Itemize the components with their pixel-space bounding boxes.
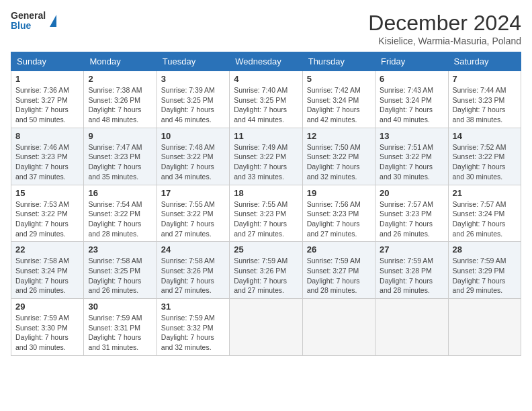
day-number: 17 (161, 188, 225, 198)
day-info: Sunrise: 7:58 AM Sunset: 3:25 PM Dayligh… (88, 256, 152, 295)
calendar-day-23: 23 Sunrise: 7:58 AM Sunset: 3:25 PM Dayl… (84, 242, 157, 299)
weekday-header-saturday: Saturday (448, 52, 521, 71)
calendar-day-25: 25 Sunrise: 7:59 AM Sunset: 3:26 PM Dayl… (230, 242, 302, 299)
calendar-day-10: 10 Sunrise: 7:48 AM Sunset: 3:22 PM Dayl… (157, 128, 229, 185)
calendar-day-28: 28 Sunrise: 7:59 AM Sunset: 3:29 PM Dayl… (448, 242, 521, 299)
weekday-header-tuesday: Tuesday (157, 52, 229, 71)
day-info: Sunrise: 7:39 AM Sunset: 3:25 PM Dayligh… (161, 85, 225, 125)
location-subtitle: Kisielice, Warmia-Masuria, Poland (368, 36, 521, 46)
day-info: Sunrise: 7:59 AM Sunset: 3:32 PM Dayligh… (161, 313, 225, 353)
calendar-day-16: 16 Sunrise: 7:54 AM Sunset: 3:22 PM Dayl… (84, 185, 157, 242)
day-info: Sunrise: 7:58 AM Sunset: 3:26 PM Dayligh… (161, 256, 225, 295)
calendar-week-1: 1 Sunrise: 7:36 AM Sunset: 3:27 PM Dayli… (11, 71, 521, 128)
day-info: Sunrise: 7:54 AM Sunset: 3:22 PM Dayligh… (88, 199, 152, 239)
calendar-day-11: 11 Sunrise: 7:49 AM Sunset: 3:22 PM Dayl… (230, 128, 302, 185)
calendar-day-14: 14 Sunrise: 7:52 AM Sunset: 3:22 PM Dayl… (448, 128, 521, 185)
day-number: 22 (15, 244, 79, 255)
day-info: Sunrise: 7:38 AM Sunset: 3:26 PM Dayligh… (88, 85, 152, 125)
day-info: Sunrise: 7:42 AM Sunset: 3:24 PM Dayligh… (307, 85, 371, 125)
calendar-empty (302, 299, 375, 356)
day-number: 15 (15, 188, 79, 198)
weekday-header-wednesday: Wednesday (230, 52, 302, 71)
day-info: Sunrise: 7:55 AM Sunset: 3:22 PM Dayligh… (161, 199, 225, 239)
day-info: Sunrise: 7:48 AM Sunset: 3:22 PM Dayligh… (161, 142, 225, 182)
day-info: Sunrise: 7:59 AM Sunset: 3:29 PM Dayligh… (453, 256, 517, 295)
day-number: 11 (234, 131, 298, 141)
calendar-day-27: 27 Sunrise: 7:59 AM Sunset: 3:28 PM Dayl… (375, 242, 448, 299)
day-info: Sunrise: 7:36 AM Sunset: 3:27 PM Dayligh… (15, 85, 79, 125)
logo-general: General (11, 11, 46, 21)
calendar-day-26: 26 Sunrise: 7:59 AM Sunset: 3:27 PM Dayl… (302, 242, 375, 299)
day-number: 9 (88, 131, 152, 141)
weekday-header-row: SundayMondayTuesdayWednesdayThursdayFrid… (11, 52, 521, 71)
calendar-day-2: 2 Sunrise: 7:38 AM Sunset: 3:26 PM Dayli… (84, 71, 157, 128)
day-info: Sunrise: 7:57 AM Sunset: 3:23 PM Dayligh… (380, 199, 443, 239)
day-number: 21 (453, 188, 517, 198)
day-number: 12 (307, 131, 371, 141)
calendar-empty (448, 299, 521, 356)
logo-blue: Blue (11, 21, 46, 31)
day-info: Sunrise: 7:40 AM Sunset: 3:25 PM Dayligh… (234, 85, 298, 125)
day-info: Sunrise: 7:56 AM Sunset: 3:23 PM Dayligh… (307, 199, 371, 239)
day-number: 25 (234, 244, 298, 255)
weekday-header-friday: Friday (375, 52, 448, 71)
day-number: 2 (88, 74, 152, 84)
calendar-day-3: 3 Sunrise: 7:39 AM Sunset: 3:25 PM Dayli… (157, 71, 229, 128)
day-info: Sunrise: 7:52 AM Sunset: 3:22 PM Dayligh… (453, 142, 517, 182)
calendar-day-18: 18 Sunrise: 7:55 AM Sunset: 3:23 PM Dayl… (230, 185, 302, 242)
calendar-week-5: 29 Sunrise: 7:59 AM Sunset: 3:30 PM Dayl… (11, 299, 521, 356)
day-info: Sunrise: 7:44 AM Sunset: 3:23 PM Dayligh… (453, 85, 517, 125)
logo-triangle-icon (50, 15, 56, 27)
calendar-day-9: 9 Sunrise: 7:47 AM Sunset: 3:23 PM Dayli… (84, 128, 157, 185)
calendar-day-13: 13 Sunrise: 7:51 AM Sunset: 3:22 PM Dayl… (375, 128, 448, 185)
day-number: 16 (88, 188, 152, 198)
calendar-week-4: 22 Sunrise: 7:58 AM Sunset: 3:24 PM Dayl… (11, 242, 521, 299)
day-info: Sunrise: 7:57 AM Sunset: 3:24 PM Dayligh… (453, 199, 517, 239)
calendar-day-15: 15 Sunrise: 7:53 AM Sunset: 3:22 PM Dayl… (11, 185, 84, 242)
day-info: Sunrise: 7:59 AM Sunset: 3:31 PM Dayligh… (88, 313, 152, 353)
day-info: Sunrise: 7:43 AM Sunset: 3:24 PM Dayligh… (380, 85, 443, 125)
page-header: General Blue December 2024 Kisielice, Wa… (11, 11, 521, 46)
day-number: 24 (161, 244, 225, 255)
day-info: Sunrise: 7:51 AM Sunset: 3:22 PM Dayligh… (380, 142, 443, 182)
calendar-empty (375, 299, 448, 356)
calendar-day-17: 17 Sunrise: 7:55 AM Sunset: 3:22 PM Dayl… (157, 185, 229, 242)
calendar-day-19: 19 Sunrise: 7:56 AM Sunset: 3:23 PM Dayl… (302, 185, 375, 242)
day-info: Sunrise: 7:55 AM Sunset: 3:23 PM Dayligh… (234, 199, 298, 239)
calendar-day-29: 29 Sunrise: 7:59 AM Sunset: 3:30 PM Dayl… (11, 299, 84, 356)
day-number: 23 (88, 244, 152, 255)
day-info: Sunrise: 7:47 AM Sunset: 3:23 PM Dayligh… (88, 142, 152, 182)
day-number: 20 (380, 188, 443, 198)
day-info: Sunrise: 7:59 AM Sunset: 3:27 PM Dayligh… (307, 256, 371, 295)
weekday-header-sunday: Sunday (11, 52, 84, 71)
title-area: December 2024 Kisielice, Warmia-Masuria,… (368, 11, 521, 46)
weekday-header-monday: Monday (84, 52, 157, 71)
calendar-day-30: 30 Sunrise: 7:59 AM Sunset: 3:31 PM Dayl… (84, 299, 157, 356)
day-info: Sunrise: 7:58 AM Sunset: 3:24 PM Dayligh… (15, 256, 79, 295)
day-number: 1 (15, 74, 79, 84)
day-number: 19 (307, 188, 371, 198)
day-number: 13 (380, 131, 443, 141)
calendar-day-1: 1 Sunrise: 7:36 AM Sunset: 3:27 PM Dayli… (11, 71, 84, 128)
day-number: 4 (234, 74, 298, 84)
day-number: 7 (453, 74, 517, 84)
calendar-day-31: 31 Sunrise: 7:59 AM Sunset: 3:32 PM Dayl… (157, 299, 229, 356)
day-info: Sunrise: 7:46 AM Sunset: 3:23 PM Dayligh… (15, 142, 79, 182)
day-number: 8 (15, 131, 79, 141)
day-number: 18 (234, 188, 298, 198)
weekday-header-thursday: Thursday (302, 52, 375, 71)
logo: General Blue (11, 11, 56, 32)
day-number: 31 (161, 302, 225, 312)
calendar-day-4: 4 Sunrise: 7:40 AM Sunset: 3:25 PM Dayli… (230, 71, 302, 128)
day-info: Sunrise: 7:49 AM Sunset: 3:22 PM Dayligh… (234, 142, 298, 182)
day-number: 29 (15, 302, 79, 312)
day-info: Sunrise: 7:50 AM Sunset: 3:22 PM Dayligh… (307, 142, 371, 182)
day-number: 3 (161, 74, 225, 84)
day-info: Sunrise: 7:59 AM Sunset: 3:28 PM Dayligh… (380, 256, 443, 295)
calendar-empty (230, 299, 302, 356)
calendar-day-20: 20 Sunrise: 7:57 AM Sunset: 3:23 PM Dayl… (375, 185, 448, 242)
day-number: 5 (307, 74, 371, 84)
day-number: 10 (161, 131, 225, 141)
calendar-day-22: 22 Sunrise: 7:58 AM Sunset: 3:24 PM Dayl… (11, 242, 84, 299)
day-number: 6 (380, 74, 443, 84)
